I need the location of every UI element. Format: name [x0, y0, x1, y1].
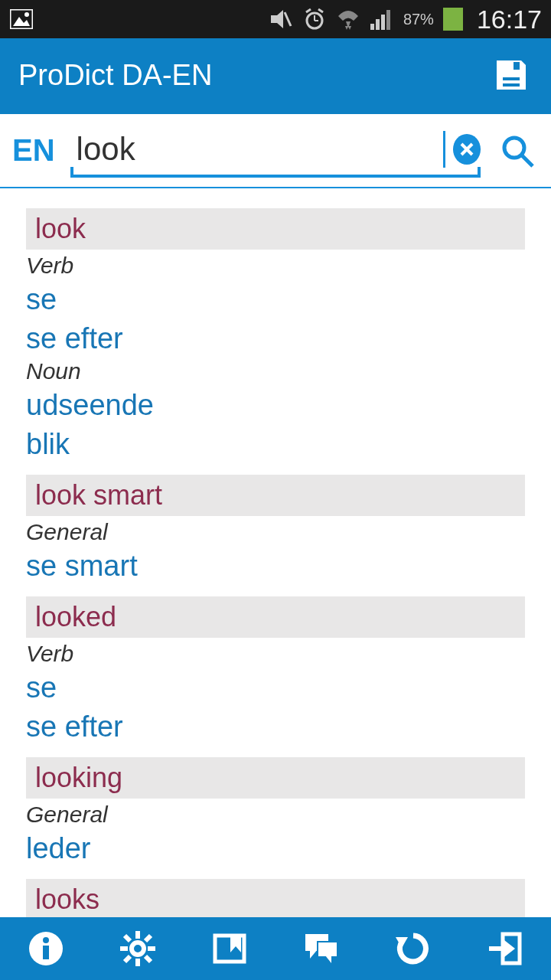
settings-button[interactable]	[116, 927, 159, 970]
search-row: EN look	[0, 112, 551, 188]
svg-marker-45	[504, 940, 515, 957]
part-of-speech-label: General	[26, 519, 525, 547]
alarm-icon	[302, 7, 327, 31]
svg-marker-11	[345, 26, 348, 30]
svg-line-34	[145, 936, 151, 941]
svg-rect-18	[503, 83, 520, 87]
entry-headword[interactable]: look	[26, 208, 525, 250]
chat-button[interactable]	[300, 927, 343, 970]
info-button[interactable]	[24, 927, 67, 970]
entry-headword[interactable]: looked	[26, 596, 525, 638]
clear-button[interactable]	[453, 134, 481, 165]
svg-rect-16	[386, 10, 390, 30]
wifi-icon	[336, 7, 360, 31]
svg-marker-3	[271, 10, 283, 28]
entry-block: lookedVerbsese efter	[26, 596, 525, 746]
svg-point-22	[504, 138, 524, 158]
svg-marker-37	[230, 934, 241, 952]
part-of-speech-label: Verb	[26, 253, 525, 280]
svg-rect-13	[370, 24, 374, 30]
svg-line-8	[306, 9, 311, 12]
results-list[interactable]: lookVerbsese efterNounudseendebliklook s…	[0, 188, 551, 917]
text-cursor	[443, 131, 445, 168]
translation-item[interactable]: se	[26, 668, 525, 707]
entry-headword[interactable]: looks	[26, 879, 525, 917]
svg-point-25	[43, 937, 49, 943]
app-bar: ProDict DA-EN	[0, 38, 551, 112]
search-input-container[interactable]: look	[70, 124, 481, 178]
part-of-speech-label: Noun	[26, 358, 525, 386]
svg-line-9	[318, 9, 323, 12]
svg-line-4	[285, 12, 291, 26]
language-toggle[interactable]: EN	[12, 133, 55, 168]
svg-rect-19	[514, 62, 520, 70]
bookmark-button[interactable]	[208, 927, 251, 970]
svg-rect-17	[503, 77, 520, 80]
entry-block: lookVerbsese efterNounudseendeblik	[26, 208, 525, 464]
svg-line-33	[145, 956, 151, 962]
svg-point-2	[24, 12, 29, 17]
part-of-speech-label: Verb	[26, 641, 525, 668]
exit-button[interactable]	[484, 927, 527, 970]
search-input[interactable]: look	[70, 131, 443, 168]
save-button[interactable]	[490, 54, 533, 96]
svg-line-35	[125, 956, 130, 962]
status-clock: 16:17	[477, 5, 542, 34]
entry-block: looksVerbse	[26, 879, 525, 917]
search-button[interactable]	[496, 129, 539, 172]
translation-item[interactable]: leder	[26, 829, 525, 868]
entry-block: lookingGeneralleder	[26, 757, 525, 868]
battery-percent: 87%	[403, 11, 434, 28]
svg-line-32	[125, 936, 130, 941]
svg-rect-15	[381, 15, 385, 30]
status-bar: 87% 16:17	[0, 0, 551, 38]
entry-headword[interactable]: looking	[26, 757, 525, 799]
refresh-button[interactable]	[392, 927, 435, 970]
svg-marker-12	[348, 26, 351, 30]
battery-icon	[443, 8, 463, 31]
entry-headword[interactable]: look smart	[26, 475, 525, 516]
svg-line-23	[522, 155, 533, 166]
svg-rect-0	[10, 9, 33, 29]
svg-rect-14	[376, 19, 380, 30]
svg-rect-26	[43, 946, 49, 959]
svg-point-27	[132, 942, 144, 955]
translation-item[interactable]: udseende	[26, 386, 525, 425]
svg-marker-1	[13, 17, 30, 26]
app-title: ProDict DA-EN	[18, 59, 212, 92]
translation-item[interactable]: blik	[26, 425, 525, 464]
bottom-bar	[0, 917, 551, 980]
svg-rect-40	[318, 942, 337, 957]
svg-marker-41	[325, 956, 331, 963]
picture-icon	[9, 7, 34, 31]
translation-item[interactable]: se smart	[26, 547, 525, 586]
translation-item[interactable]: se efter	[26, 707, 525, 746]
translation-item[interactable]: se efter	[26, 319, 525, 358]
entry-block: look smartGeneralse smart	[26, 475, 525, 586]
part-of-speech-label: General	[26, 802, 525, 829]
signal-icon	[370, 7, 394, 31]
translation-item[interactable]: se	[26, 280, 525, 319]
mute-icon	[269, 7, 293, 31]
